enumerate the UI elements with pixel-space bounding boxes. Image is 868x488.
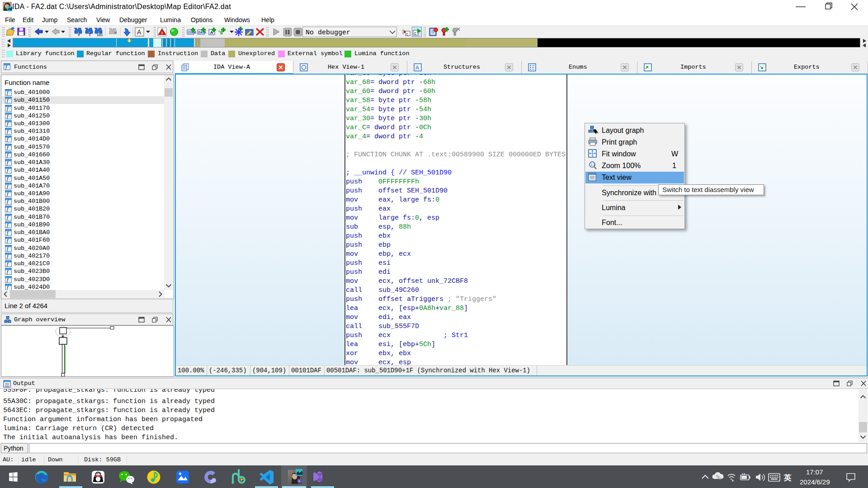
- svg-text:T: T: [89, 33, 91, 37]
- svg-text:A: A: [210, 30, 213, 35]
- svg-text:No debugger: No debugger: [306, 29, 350, 37]
- svg-text:c: c: [414, 31, 416, 36]
- svg-text:!: !: [161, 31, 163, 35]
- svg-text:#: #: [78, 33, 80, 37]
- svg-text:17:07: 17:07: [806, 468, 823, 476]
- svg-text:2024/6/29: 2024/6/29: [800, 478, 830, 486]
- svg-text:c: c: [406, 32, 409, 36]
- svg-text:A: A: [415, 65, 419, 71]
- svg-text:1:1: 1:1: [591, 163, 595, 166]
- svg-text:101: 101: [97, 33, 103, 37]
- svg-text:x: x: [298, 479, 300, 483]
- svg-text:DATA: DATA: [198, 31, 206, 34]
- svg-text:英: 英: [783, 474, 792, 482]
- svg-text:A: A: [137, 28, 142, 36]
